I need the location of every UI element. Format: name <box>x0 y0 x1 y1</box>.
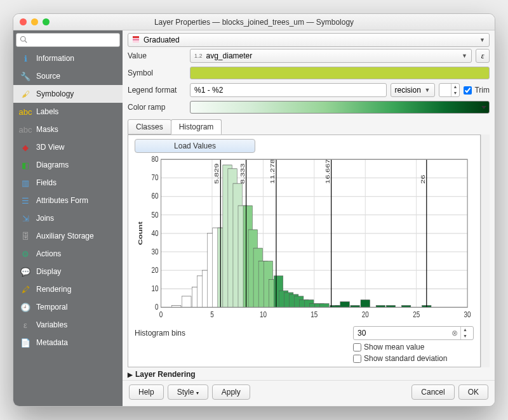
svg-text:5.829: 5.829 <box>213 164 220 184</box>
svg-rect-40 <box>182 296 191 307</box>
svg-text:30: 30 <box>464 310 471 318</box>
svg-text:0: 0 <box>155 303 159 311</box>
sidebar-icon: 🕘 <box>20 301 31 313</box>
sidebar-item-label: Metadata <box>36 338 68 347</box>
spin-down-icon[interactable]: ▼ <box>461 333 469 339</box>
svg-text:26: 26 <box>419 174 425 183</box>
sidebar-item-joins[interactable]: ⇲Joins <box>13 209 123 227</box>
sidebar-item-label: Joins <box>36 214 54 223</box>
sidebar-item-rendering[interactable]: 🖍Rendering <box>13 280 123 298</box>
color-ramp-label: Color ramp <box>128 103 186 112</box>
chevron-down-icon: ▼ <box>462 53 467 59</box>
sidebar-item-temporal[interactable]: 🕘Temporal <box>13 298 123 316</box>
tab-classes[interactable]: Classes <box>128 119 171 135</box>
trim-checkbox[interactable]: Trim <box>464 86 490 95</box>
style-button[interactable]: Style ▾ <box>168 384 208 400</box>
svg-text:16.667: 16.667 <box>324 159 330 184</box>
sidebar-icon: ◆ <box>20 141 31 153</box>
svg-rect-2 <box>133 36 139 38</box>
scrollbar[interactable] <box>481 135 490 367</box>
sidebar-search <box>16 33 120 47</box>
sidebar-item-label: Temporal <box>36 303 67 312</box>
sidebar-item-label: Rendering <box>36 285 71 294</box>
sidebar-item-label: 3D View <box>36 143 64 152</box>
dialog-footer: Help Style ▾ Apply Cancel OK <box>123 380 495 406</box>
sidebar-item-source[interactable]: 🔧Source <box>13 67 123 85</box>
sidebar-icon: 🖍 <box>20 284 31 295</box>
window-title: Layer Properties — blocks_joined_trees_u… <box>13 18 495 27</box>
legend-format-input[interactable] <box>190 83 387 97</box>
window: Layer Properties — blocks_joined_trees_u… <box>13 13 495 407</box>
expression-button[interactable]: ε <box>476 49 490 63</box>
svg-point-0 <box>21 37 26 42</box>
svg-text:Count: Count <box>137 221 143 245</box>
zoom-icon[interactable] <box>43 18 50 25</box>
show-mean-checkbox[interactable]: Show mean value <box>353 343 474 351</box>
svg-text:0: 0 <box>159 310 163 318</box>
spin-up-icon[interactable]: ▲ <box>461 327 469 333</box>
tab-histogram[interactable]: Histogram <box>171 119 222 135</box>
svg-text:8.333: 8.333 <box>239 164 245 184</box>
sidebar-item-symbology[interactable]: 🖌Symbology <box>13 85 123 103</box>
chevron-down-icon: ▼ <box>425 87 431 93</box>
sidebar-item-auxiliary-storage[interactable]: 🗄Auxiliary Storage <box>13 227 123 245</box>
symbol-label: Symbol <box>128 69 186 77</box>
histogram-chart: 01020304050607080051015202530Count5.8298… <box>135 153 474 324</box>
svg-text:10: 10 <box>152 284 159 292</box>
sidebar-icon: ℹ <box>20 53 31 64</box>
sidebar-item-label: Actions <box>36 249 61 258</box>
tabs: Classes Histogram <box>128 119 490 135</box>
ok-button[interactable]: OK <box>458 384 488 400</box>
sidebar-icon: 📄 <box>20 337 31 348</box>
sidebar-icon: ▥ <box>20 177 31 188</box>
renderer-combo[interactable]: Graduated ▼ <box>128 33 490 47</box>
sidebar-item-metadata[interactable]: 📄Metadata <box>13 334 123 351</box>
sidebar-item-attributes-form[interactable]: ☰Attributes Form <box>13 192 123 209</box>
sidebar-item-fields[interactable]: ▥Fields <box>13 174 123 192</box>
sidebar-item-masks[interactable]: abcMasks <box>13 121 123 138</box>
search-icon <box>20 36 27 43</box>
sidebar-item-3d-view[interactable]: ◆3D View <box>13 138 123 156</box>
layer-rendering-header[interactable]: ▶ Layer Rendering <box>128 367 490 380</box>
sidebar-icon: abc <box>20 124 31 135</box>
sidebar-icon: 🗄 <box>20 230 31 242</box>
svg-text:5: 5 <box>210 310 214 318</box>
spin-up-icon[interactable]: ▲ <box>451 84 460 90</box>
cancel-button[interactable]: Cancel <box>411 384 454 400</box>
sidebar-item-label: Labels <box>36 107 58 116</box>
graduated-icon <box>132 36 140 45</box>
sidebar-item-labels[interactable]: abcLabels <box>13 103 123 121</box>
sidebar-item-actions[interactable]: ⚙Actions <box>13 245 123 263</box>
minimize-icon[interactable] <box>31 18 38 25</box>
collapse-triangle-icon: ▶ <box>128 371 133 378</box>
help-button[interactable]: Help <box>129 384 164 400</box>
show-std-checkbox[interactable]: Show standard deviation <box>353 354 474 363</box>
close-icon[interactable] <box>20 18 27 25</box>
svg-rect-71 <box>361 300 370 308</box>
bins-spinbox[interactable]: ⊗ ▲▼ <box>353 326 474 340</box>
sidebar-item-label: Display <box>36 267 61 276</box>
load-values-button[interactable]: Load Values <box>135 139 255 153</box>
value-label: Value <box>128 51 186 60</box>
sidebar-item-label: Information <box>36 54 74 63</box>
sidebar-item-label: Auxiliary Storage <box>36 232 94 240</box>
search-input[interactable] <box>16 33 120 47</box>
sidebar-item-label: Diagrams <box>36 161 69 169</box>
precision-spinbox[interactable]: ▲▼ <box>439 83 460 97</box>
apply-button[interactable]: Apply <box>212 384 250 400</box>
svg-rect-66 <box>320 304 329 308</box>
symbol-swatch[interactable] <box>190 67 490 79</box>
value-field-combo[interactable]: 1.2 avg_diameter ▼ <box>190 49 472 63</box>
color-ramp-selector[interactable] <box>190 101 490 114</box>
svg-rect-3 <box>133 39 139 41</box>
clear-icon[interactable]: ⊗ <box>449 329 460 338</box>
sidebar-item-information[interactable]: ℹInformation <box>13 49 123 67</box>
sidebar-item-variables[interactable]: εVariables <box>13 316 123 334</box>
precision-combo[interactable]: recision ▼ <box>391 83 435 97</box>
spin-down-icon[interactable]: ▼ <box>451 90 460 96</box>
field-type-badge: 1.2 <box>194 53 203 59</box>
chevron-down-icon: ▼ <box>479 37 485 43</box>
svg-text:60: 60 <box>152 192 159 200</box>
sidebar-item-display[interactable]: 💬Display <box>13 263 123 280</box>
sidebar-item-diagrams[interactable]: ◧Diagrams <box>13 156 123 174</box>
